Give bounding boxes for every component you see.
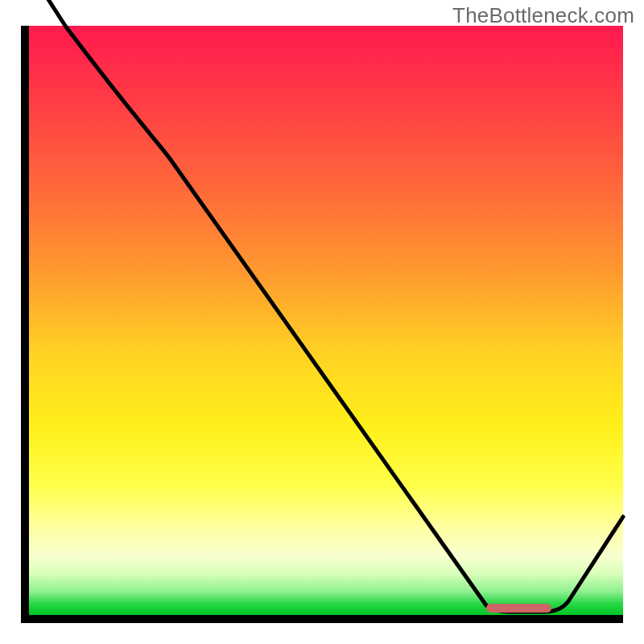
curve-path [29,0,623,612]
bottleneck-curve [29,26,623,615]
optimal-zone-marker [486,604,551,613]
watermark-text: TheBottleneck.com [452,3,634,28]
chart-stage: TheBottleneck.com [0,0,644,644]
plot-axes [21,26,623,623]
plot-area [29,26,623,615]
